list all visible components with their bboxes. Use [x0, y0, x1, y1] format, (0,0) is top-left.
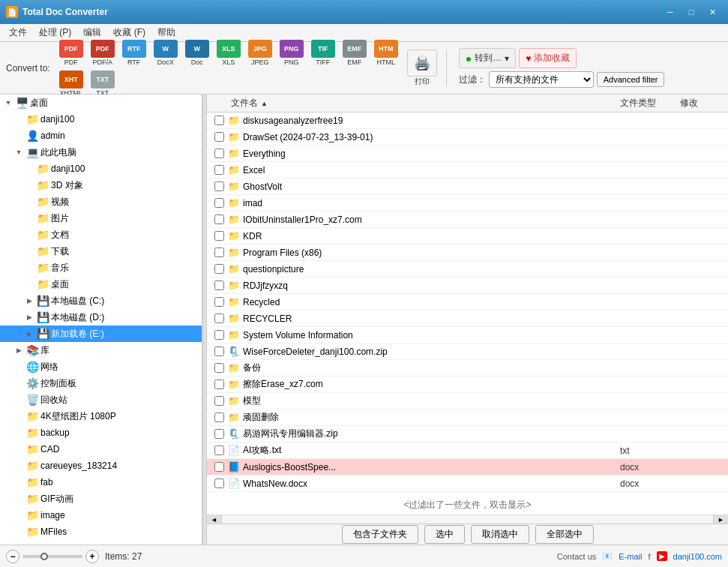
checkbox-20[interactable] — [214, 429, 224, 439]
deselect-button[interactable]: 取消选中 — [471, 525, 529, 544]
checkbox-19[interactable] — [214, 412, 224, 422]
format-button-pdf[interactable]: PDF PDF — [56, 38, 86, 68]
tree-item-new-vol-e[interactable]: 💾新加载卷 (E:) — [0, 326, 202, 342]
tree-item-local-d[interactable]: 💾本地磁盘 (D:) — [0, 309, 202, 326]
format-button-pdfa[interactable]: PDF PDF/A — [88, 38, 118, 68]
file-row-11[interactable]: 📁 RDJjfzyxzq — [207, 278, 728, 294]
print-button[interactable]: 🖨️ — [407, 50, 437, 76]
file-checkbox-9[interactable] — [210, 248, 228, 257]
tree-item-video[interactable]: 📁视频 — [0, 194, 202, 210]
tree-item-danji100-1[interactable]: 📁danji100 — [0, 111, 202, 128]
file-row-16[interactable]: 📁 备份 — [207, 360, 728, 376]
format-button-docx[interactable]: W DocX — [151, 38, 181, 68]
format-button-txt[interactable]: TXT TXT — [88, 69, 118, 98]
file-checkbox-19[interactable] — [210, 412, 228, 422]
tree-item-danji100-2[interactable]: 📁danji100 — [0, 160, 202, 177]
format-button-xhtml[interactable]: XHT XHTML — [56, 69, 86, 98]
filter-select[interactable]: 所有支持的文件 — [489, 71, 594, 88]
select-all-button[interactable]: 全部选中 — [535, 525, 594, 544]
file-checkbox-2[interactable] — [210, 132, 228, 142]
tree-item-fab[interactable]: 📁fab — [0, 474, 202, 490]
checkbox-2[interactable] — [214, 132, 224, 142]
format-button-jpeg[interactable]: JPG JPEG — [245, 38, 275, 68]
tree-item-backup[interactable]: 📁backup — [0, 424, 202, 441]
tree-arrow[interactable] — [24, 297, 34, 304]
header-name-col[interactable]: 文件名 ▲ — [228, 97, 620, 110]
tree-item-admin[interactable]: 👤admin — [0, 128, 202, 144]
file-checkbox-3[interactable] — [210, 148, 228, 158]
file-row-12[interactable]: 📁 Recycled — [207, 294, 728, 310]
file-list[interactable]: 📁 diskusageanalyzerfree19 📁 DrawSet (202… — [207, 112, 728, 496]
file-checkbox-1[interactable] — [210, 116, 228, 125]
file-row-23[interactable]: 📄 WhatsNew.docx docx — [207, 476, 728, 492]
file-row-18[interactable]: 📁 模型 — [207, 393, 728, 410]
file-checkbox-17[interactable] — [210, 380, 228, 389]
tree-arrow[interactable] — [3, 99, 13, 106]
file-checkbox-8[interactable] — [210, 231, 228, 241]
include-subfolders-button[interactable]: 包含子文件夹 — [342, 525, 418, 544]
tree-item-network[interactable]: 🌐网络 — [0, 358, 202, 375]
file-row-7[interactable]: 📁 IObitUninstaller1Pro_xz7.com — [207, 212, 728, 228]
file-checkbox-5[interactable] — [210, 182, 228, 191]
file-checkbox-13[interactable] — [210, 314, 228, 323]
file-checkbox-7[interactable] — [210, 214, 228, 224]
file-checkbox-18[interactable] — [210, 396, 228, 406]
format-button-rtf[interactable]: RTF RTF — [119, 38, 149, 68]
checkbox-8[interactable] — [214, 231, 224, 241]
checkbox-16[interactable] — [214, 363, 224, 373]
checkbox-14[interactable] — [214, 330, 224, 340]
format-button-png[interactable]: PNG PNG — [277, 38, 307, 68]
tree-item-documents[interactable]: 📁文档 — [0, 226, 202, 243]
file-checkbox-11[interactable] — [210, 280, 228, 290]
tree-item-image[interactable]: 📁image — [0, 507, 202, 524]
tree-item-downloads[interactable]: 📁下载 — [0, 243, 202, 260]
format-button-tiff[interactable]: TIF TIFF — [308, 38, 338, 68]
file-checkbox-23[interactable] — [210, 478, 228, 488]
tree-item-music[interactable]: 📁音乐 — [0, 260, 202, 276]
file-checkbox-15[interactable] — [210, 346, 228, 356]
file-checkbox-14[interactable] — [210, 330, 228, 340]
tree-item-wallpaper[interactable]: 📁4K壁纸图片 1080P — [0, 408, 202, 424]
tree-item-this-pc[interactable]: 💻此此电脑 — [0, 144, 202, 160]
file-row-10[interactable]: 📁 questionpicture — [207, 261, 728, 278]
tree-arrow[interactable] — [13, 148, 24, 156]
file-row-20[interactable]: 🗜️ 易游网讯专用编辑器.zip — [207, 426, 728, 442]
tree-arrow[interactable] — [24, 330, 34, 338]
file-row-19[interactable]: 📁 顽固删除 — [207, 410, 728, 426]
maximize-button[interactable]: □ — [682, 4, 701, 20]
tree-item-mfiles[interactable]: 📁MFiles — [0, 524, 202, 540]
checkbox-3[interactable] — [214, 148, 224, 158]
file-row-1[interactable]: 📁 diskusageanalyzerfree19 — [207, 112, 728, 129]
checkbox-5[interactable] — [214, 182, 224, 191]
checkbox-22[interactable] — [214, 462, 224, 472]
format-button-doc[interactable]: W Doc — [182, 38, 212, 68]
checkbox-11[interactable] — [214, 280, 224, 290]
checkbox-12[interactable] — [214, 297, 224, 307]
checkbox-1[interactable] — [214, 116, 224, 125]
file-checkbox-6[interactable] — [210, 198, 228, 208]
file-checkbox-20[interactable] — [210, 429, 228, 439]
tree-item-careueyes[interactable]: 📁careueyes_183214 — [0, 458, 202, 474]
file-checkbox-16[interactable] — [210, 363, 228, 373]
file-row-13[interactable]: 📁 RECYCLER — [207, 310, 728, 327]
checkbox-15[interactable] — [214, 346, 224, 356]
file-row-4[interactable]: 📁 Excel — [207, 162, 728, 178]
zoom-slider[interactable] — [22, 555, 82, 558]
tree-item-control-panel[interactable]: ⚙️控制面板 — [0, 375, 202, 392]
tree-item-library[interactable]: 📚库 — [0, 342, 202, 358]
checkbox-10[interactable] — [214, 264, 224, 274]
file-row-8[interactable]: 📁 KDR — [207, 228, 728, 244]
file-checkbox-10[interactable] — [210, 264, 228, 274]
site-link[interactable]: danji100.com — [673, 552, 722, 561]
file-row-15[interactable]: 🗜️ WiseForceDeleter_danji100.com.zip — [207, 344, 728, 360]
tree-item-desktop-2[interactable]: 📁桌面 — [0, 276, 202, 292]
close-button[interactable]: ✕ — [703, 4, 722, 20]
zoom-in-button[interactable]: + — [85, 550, 99, 563]
checkbox-7[interactable] — [214, 214, 224, 224]
file-checkbox-21[interactable] — [210, 446, 228, 455]
minimize-button[interactable]: ─ — [661, 4, 680, 20]
checkbox-18[interactable] — [214, 396, 224, 406]
tree-item-local-c[interactable]: 💾本地磁盘 (C:) — [0, 292, 202, 309]
horizontal-scrollbar[interactable]: ◄ ► — [207, 514, 728, 524]
checkbox-9[interactable] — [214, 248, 224, 257]
